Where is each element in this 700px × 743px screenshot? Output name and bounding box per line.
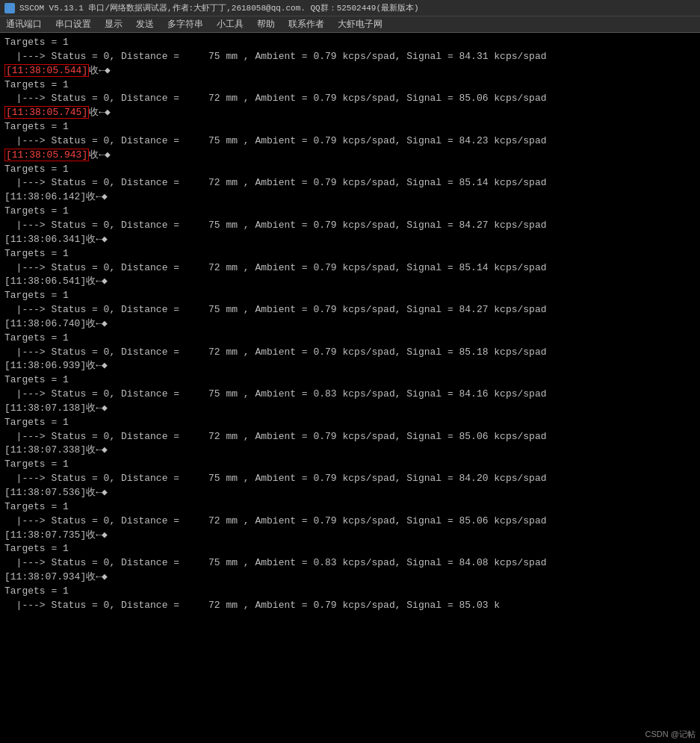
menu-item-1[interactable]: 串口设置 (52, 17, 94, 31)
data-line: |---> Status = 0, Distance = 72 mm , Amb… (4, 514, 696, 529)
timestamp: [11:38:07.138] (4, 402, 86, 414)
data-line: |---> Status = 0, Distance = 75 mm , Amb… (4, 219, 696, 233)
timestamp-line: [11:38:05.943]收←◆ (4, 149, 696, 163)
targets-line: Targets = 1 (4, 332, 696, 346)
timestamp-boxed: [11:38:05.745] (4, 106, 89, 119)
recv-label: 收←◆ (86, 571, 108, 582)
targets-line: Targets = 1 (4, 542, 696, 556)
recv-label: 收←◆ (86, 191, 108, 202)
data-line: |---> Status = 0, Distance = 72 mm , Amb… (4, 430, 696, 444)
recv-label: 收←◆ (89, 149, 111, 161)
data-line: |---> Status = 0, Distance = 75 mm , Amb… (4, 472, 696, 486)
timestamp-line: [11:38:06.740]收←◆ (4, 317, 696, 332)
menu-item-6[interactable]: 帮助 (254, 17, 278, 31)
title-bar: SSCOM V5.13.1 串口/网络数据调试器,作者:大虾丁丁,2618058… (0, 0, 700, 16)
recv-label: 收←◆ (86, 360, 108, 371)
menu-item-8[interactable]: 大虾电子网 (335, 17, 385, 31)
timestamp-boxed: [11:38:05.544] (4, 64, 89, 77)
targets-line: Targets = 1 (4, 78, 696, 93)
recv-label: 收←◆ (86, 487, 108, 498)
targets-line: Targets = 1 (4, 458, 696, 472)
menu-item-2[interactable]: 显示 (102, 17, 126, 31)
timestamp-line: [11:38:07.138]收←◆ (4, 402, 696, 416)
timestamp: [11:38:07.735] (4, 529, 86, 541)
timestamp-line: [11:38:05.745]收←◆ (4, 106, 696, 120)
menu-item-3[interactable]: 发送 (133, 17, 157, 31)
recv-label: 收←◆ (86, 318, 108, 329)
timestamp: [11:38:06.142] (4, 191, 86, 202)
data-line: |---> Status = 0, Distance = 72 mm , Amb… (4, 176, 696, 190)
data-line: |---> Status = 0, Distance = 75 mm , Amb… (4, 388, 696, 402)
timestamp-boxed: [11:38:05.943] (4, 149, 89, 161)
recv-label: 收←◆ (86, 402, 108, 414)
recv-label: 收←◆ (89, 65, 111, 76)
app-icon (4, 3, 15, 13)
targets-line: Targets = 1 (4, 36, 696, 50)
recv-label: 收←◆ (86, 234, 108, 245)
recv-label: 收←◆ (86, 276, 108, 287)
title-text: SSCOM V5.13.1 串口/网络数据调试器,作者:大虾丁丁,2618058… (19, 2, 419, 13)
targets-line: Targets = 1 (4, 416, 696, 430)
targets-line: Targets = 1 (4, 120, 696, 134)
timestamp-line: [11:38:07.934]收←◆ (4, 571, 696, 585)
timestamp-line: [11:38:06.341]收←◆ (4, 233, 696, 247)
timestamp-line: [11:38:07.338]收←◆ (4, 444, 696, 458)
recv-label: 收←◆ (89, 107, 111, 118)
timestamp-line: [11:38:05.544]收←◆ (4, 64, 696, 78)
timestamp-line: [11:38:06.541]收←◆ (4, 275, 696, 289)
menu-item-7[interactable]: 联系作者 (285, 17, 327, 31)
data-line: |---> Status = 0, Distance = 75 mm , Amb… (4, 556, 696, 571)
menu-item-5[interactable]: 小工具 (214, 17, 247, 31)
timestamp: [11:38:06.341] (4, 234, 86, 245)
recv-label: 收←◆ (86, 444, 108, 456)
timestamp-line: [11:38:07.536]收←◆ (4, 486, 696, 500)
menu-bar: 通讯端口串口设置显示发送多字符串小工具帮助联系作者大虾电子网 (0, 16, 700, 33)
data-line: |---> Status = 0, Distance = 75 mm , Amb… (4, 50, 696, 64)
targets-line: Targets = 1 (4, 205, 696, 219)
data-line: |---> Status = 0, Distance = 75 mm , Amb… (4, 134, 696, 149)
timestamp: [11:38:07.536] (4, 487, 86, 498)
watermark: CSDN @记帖 (645, 729, 696, 740)
data-line: |---> Status = 0, Distance = 72 mm , Amb… (4, 346, 696, 360)
data-line: |---> Status = 0, Distance = 72 mm , Amb… (4, 599, 696, 613)
targets-line: Targets = 1 (4, 373, 696, 388)
targets-line: Targets = 1 (4, 163, 696, 177)
recv-label: 收←◆ (86, 529, 108, 541)
terminal-output[interactable]: Targets = 1 |---> Status = 0, Distance =… (0, 33, 700, 743)
data-line: |---> Status = 0, Distance = 72 mm , Amb… (4, 261, 696, 276)
targets-line: Targets = 1 (4, 289, 696, 303)
timestamp: [11:38:06.541] (4, 276, 86, 287)
timestamp: [11:38:06.740] (4, 318, 86, 329)
data-line: |---> Status = 0, Distance = 75 mm , Amb… (4, 303, 696, 317)
timestamp: [11:38:06.939] (4, 360, 86, 371)
timestamp-line: [11:38:07.735]收←◆ (4, 529, 696, 543)
timestamp-line: [11:38:06.939]收←◆ (4, 359, 696, 373)
timestamp-line: [11:38:06.142]收←◆ (4, 190, 696, 205)
targets-line: Targets = 1 (4, 500, 696, 514)
timestamp: [11:38:07.338] (4, 444, 86, 456)
timestamp: [11:38:07.934] (4, 571, 86, 582)
menu-item-4[interactable]: 多字符串 (164, 17, 206, 31)
targets-line: Targets = 1 (4, 585, 696, 599)
targets-line: Targets = 1 (4, 247, 696, 261)
menu-item-0[interactable]: 通讯端口 (3, 17, 45, 31)
data-line: |---> Status = 0, Distance = 72 mm , Amb… (4, 92, 696, 106)
